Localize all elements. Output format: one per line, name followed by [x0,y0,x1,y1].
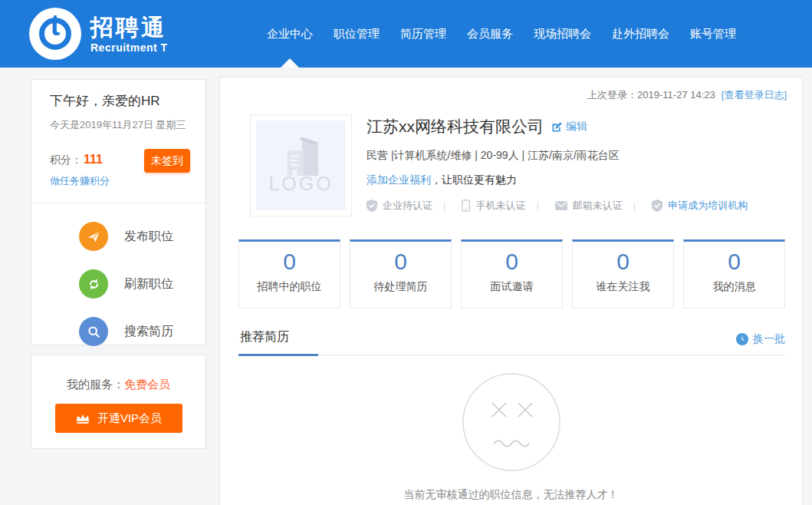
divider [31,203,205,203]
stat-value: 0 [350,249,451,275]
badge-label: 手机未认证 [475,199,525,213]
stat-interview-invites[interactable]: 0 面试邀请 [461,239,563,309]
apply-training-link[interactable]: 申请成为培训机构 [668,199,748,213]
logo-icon: t [29,8,81,60]
shield-icon [367,200,377,212]
stat-messages[interactable]: 0 我的消息 [683,239,785,309]
company-meta: 民营 |计算机系统/维修 | 20-99人 | 江苏/南京/雨花台区 [367,149,748,163]
logo-letter: t [50,11,60,40]
badge-phone-unverified: 手机未认证 [432,199,525,213]
change-batch-label: 换一批 [753,332,785,346]
active-nav-indicator [281,58,299,68]
verification-badges: 企业待认证 手机未认证 邮箱未认证 [367,199,748,213]
view-login-log-link[interactable]: [查看登录日志] [722,89,787,101]
points-label: 积分： [50,153,82,166]
date-text: 今天是2019年11月27日 星期三 [50,118,205,132]
stat-label: 我的消息 [684,280,784,294]
nav-item-external-job-fair[interactable]: 赴外招聘会 [612,27,669,41]
sad-face-icon [462,372,561,475]
phone-icon [462,200,470,212]
app-subtitle: Recruitment T [90,41,168,54]
points-value: 111 [84,153,103,166]
checkin-button[interactable]: 未签到 [144,149,190,173]
building-icon [277,136,326,176]
search-icon [79,317,108,346]
stats-row: 0 招聘中的职位 0 待处理简历 0 面试邀请 0 谁在关注我 0 我的消息 [238,239,785,309]
logo-placeholder-text: LOGO [268,173,333,195]
nav-item-onsite-job-fair[interactable]: 现场招聘会 [534,27,591,41]
nav-item-account-management[interactable]: 账号管理 [690,27,736,41]
earn-points-link[interactable]: 做任务赚积分 [50,174,110,188]
greeting-card: 下午好，亲爱的HR 今天是2019年11月27日 星期三 积分：111 做任务赚… [31,79,206,345]
clock-refresh-icon [736,333,748,345]
welfare-line: 添加企业福利，让职位更有魅力 [367,173,748,187]
open-vip-label: 开通VIP会员 [97,411,162,426]
service-value: 免费会员 [124,378,170,391]
stat-jobs-recruiting[interactable]: 0 招聘中的职位 [238,239,340,309]
stat-label: 待处理简历 [350,280,451,294]
edit-label: 编辑 [566,120,587,134]
add-welfare-link[interactable]: 添加企业福利 [367,173,431,186]
badge-company-pending: 企业待认证 [367,199,432,213]
service-label: 我的服务： [67,378,124,391]
stat-label: 面试邀请 [462,280,562,294]
refresh-icon [79,269,108,299]
nav-item-company-center[interactable]: 企业中心 [267,27,313,41]
nav-item-job-management[interactable]: 职位管理 [334,27,380,41]
publish-job-action[interactable]: 发布职位 [79,222,205,251]
resume-tab-bar: 推荐简历 换一批 [238,328,785,355]
search-resume-label: 搜索简历 [124,324,173,340]
badge-email-unverified: 邮箱未认证 [525,199,622,213]
last-login-text: 上次登录：2019-11-27 14:23 [587,89,715,101]
welfare-rest: ，让职位更有魅力 [431,173,517,186]
mail-icon [555,201,567,210]
app-logo[interactable]: t 招聘通 Recruitment T [29,8,168,60]
tab-recommended-resumes[interactable]: 推荐简历 [238,328,318,356]
stat-pending-resumes[interactable]: 0 待处理简历 [350,239,452,309]
empty-state: 当前无审核通过的职位信息，无法推荐人才！ [220,372,802,502]
crown-icon [75,413,90,424]
last-login-row: 上次登录：2019-11-27 14:23[查看登录日志] [587,88,787,102]
change-batch-link[interactable]: 换一批 [736,332,785,346]
service-line: 我的服务：免费会员 [31,378,205,392]
company-name: 江苏xx网络科技有限公司 [367,116,544,137]
my-service-card: 我的服务：免费会员 开通VIP会员 [31,355,206,449]
stat-label: 招聘中的职位 [239,280,340,294]
company-section: LOGO 江苏xx网络科技有限公司 编辑 民营 |计算机系统/维修 | 20-9… [250,114,748,216]
edit-company-link[interactable]: 编辑 [551,120,587,134]
badge-label: 企业待认证 [383,199,432,213]
nav-item-member-service[interactable]: 会员服务 [467,27,513,41]
shield-icon [652,200,662,212]
main-panel: 上次登录：2019-11-27 14:23[查看登录日志] LOGO [219,77,803,505]
stat-value: 0 [462,249,562,275]
company-logo-upload[interactable]: LOGO [250,114,352,216]
edit-icon [551,121,563,133]
refresh-job-label: 刷新职位 [124,276,173,292]
refresh-job-action[interactable]: 刷新职位 [79,269,205,299]
stat-value: 0 [684,249,784,275]
stat-value: 0 [573,249,673,275]
badge-apply-training-org: 申请成为培训机构 [623,199,748,213]
top-header: t 招聘通 Recruitment T 企业中心 职位管理 简历管理 会员服务 … [0,0,812,68]
stat-followers[interactable]: 0 谁在关注我 [572,239,674,309]
stat-value: 0 [239,249,340,275]
open-vip-button[interactable]: 开通VIP会员 [55,404,182,433]
badge-label: 邮箱未认证 [573,199,623,213]
greeting-text: 下午好，亲爱的HR [50,92,205,110]
search-resume-action[interactable]: 搜索简历 [79,317,205,346]
empty-state-text: 当前无审核通过的职位信息，无法推荐人才！ [220,488,802,502]
app-title: 招聘通 [90,15,168,40]
main-nav: 企业中心 职位管理 简历管理 会员服务 现场招聘会 赴外招聘会 账号管理 [267,0,736,68]
nav-item-resume-management[interactable]: 简历管理 [400,27,446,41]
paper-plane-icon [79,222,108,251]
stat-label: 谁在关注我 [573,280,673,294]
publish-job-label: 发布职位 [124,229,173,245]
